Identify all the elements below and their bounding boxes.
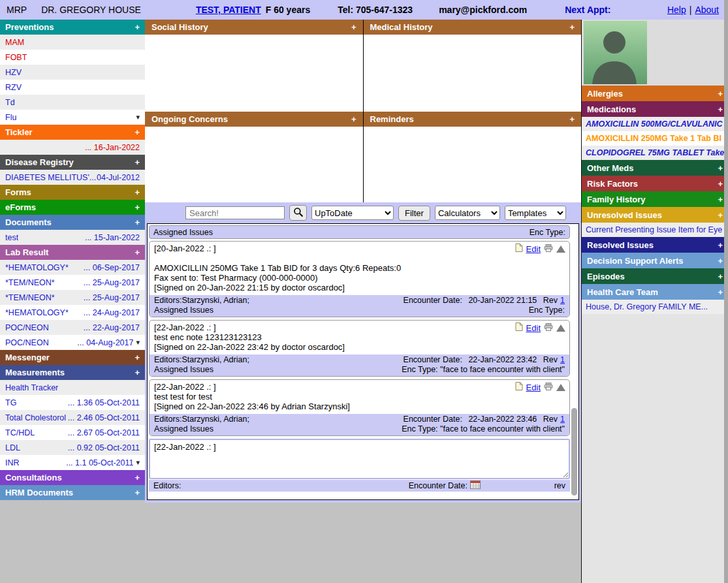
- search-input[interactable]: [185, 206, 285, 219]
- note-document-icon[interactable]: [515, 244, 523, 254]
- lab-item[interactable]: POC/NEON... 22-Aug-2017: [0, 320, 145, 335]
- note-edit-link[interactable]: Edit: [526, 383, 541, 392]
- dropdown-arrow-icon[interactable]: ▾: [136, 458, 140, 467]
- expand-plus-icon[interactable]: +: [135, 22, 140, 32]
- ongoing-concerns-header[interactable]: Ongoing Concerns +: [145, 112, 363, 127]
- section-documents[interactable]: Documents +: [0, 215, 145, 230]
- section-disease-registry[interactable]: Disease Registry +: [0, 155, 145, 170]
- measurement-item[interactable]: Total Cholestorol... 2.46 05-Oct-2011: [0, 410, 145, 425]
- expand-plus-icon[interactable]: +: [135, 187, 140, 197]
- lab-item[interactable]: POC/NEON... 04-Aug-2017▾: [0, 335, 145, 350]
- section-preventions[interactable]: Preventions +: [0, 20, 145, 35]
- section-decision-support-alerts[interactable]: Decision Support Alerts +: [582, 253, 728, 268]
- dropdown-arrow-icon[interactable]: ▾: [136, 113, 140, 121]
- expand-plus-icon[interactable]: +: [135, 202, 140, 212]
- prevention-item-hzv[interactable]: HZV: [0, 65, 145, 80]
- prevention-item-flu[interactable]: Flu▾: [0, 110, 145, 125]
- disease-item[interactable]: DIABETES MELLITUS'...04-Jul-2012: [0, 170, 145, 185]
- expand-plus-icon[interactable]: +: [569, 22, 575, 32]
- section-measurements[interactable]: Measurements +: [0, 365, 145, 380]
- health-care-team-item[interactable]: House, Dr. Gregory FAMILY ME...: [582, 300, 728, 314]
- measurement-item[interactable]: TC/HDL... 2.67 05-Oct-2011: [0, 425, 145, 440]
- measurement-item[interactable]: LDL... 0.92 05-Oct-2011: [0, 440, 145, 455]
- expand-plus-icon[interactable]: +: [569, 114, 575, 124]
- rev-link[interactable]: 1: [560, 296, 565, 305]
- expand-plus-icon[interactable]: +: [718, 210, 723, 220]
- unresolved-issue-item[interactable]: Current Presenting Issue Item for Eye: [582, 223, 728, 237]
- collapse-triangle-icon[interactable]: [556, 384, 565, 391]
- section-messenger[interactable]: Messenger +: [0, 350, 145, 365]
- section-forms[interactable]: Forms +: [0, 185, 145, 200]
- note-print-icon[interactable]: [544, 383, 553, 392]
- expand-plus-icon[interactable]: +: [718, 195, 723, 204]
- collapse-triangle-icon[interactable]: [556, 245, 565, 253]
- note-edit-link[interactable]: Edit: [526, 323, 541, 333]
- notes-scrollbar[interactable]: [571, 408, 577, 496]
- medical-history-header[interactable]: Medical History +: [364, 20, 582, 35]
- note-edit-link[interactable]: Edit: [526, 244, 541, 254]
- expand-plus-icon[interactable]: +: [135, 247, 140, 257]
- expand-plus-icon[interactable]: +: [135, 157, 140, 167]
- expand-plus-icon[interactable]: +: [718, 179, 723, 189]
- rev-link[interactable]: 1: [560, 415, 565, 424]
- medication-item[interactable]: AMOXICILLIN 250MG Take 1 Tab BI: [582, 131, 728, 146]
- dropdown-arrow-icon[interactable]: ▾: [136, 338, 140, 347]
- calendar-icon[interactable]: [470, 481, 481, 491]
- document-item[interactable]: test... 15-Jan-2022: [0, 230, 145, 245]
- note-document-icon[interactable]: [515, 382, 523, 392]
- measurement-item[interactable]: INR... 1.1 05-Oct-2011▾: [0, 455, 145, 470]
- expand-plus-icon[interactable]: +: [135, 473, 140, 482]
- measurement-item[interactable]: TG... 1.36 05-Oct-2011: [0, 395, 145, 410]
- search-button[interactable]: [289, 205, 307, 221]
- prevention-item-rzv[interactable]: RZV: [0, 80, 145, 95]
- medication-item[interactable]: CLOPIDOGREL 75MG TABLET Take: [582, 146, 728, 160]
- section-health-care-team[interactable]: Health Care Team +: [582, 284, 728, 300]
- section-eforms[interactable]: eForms +: [0, 200, 145, 215]
- expand-plus-icon[interactable]: +: [718, 89, 723, 99]
- help-link[interactable]: Help: [667, 5, 686, 15]
- patient-photo[interactable]: [584, 76, 647, 86]
- collapse-triangle-icon[interactable]: [556, 324, 565, 332]
- expand-plus-icon[interactable]: +: [351, 114, 356, 124]
- expand-plus-icon[interactable]: +: [135, 353, 140, 362]
- expand-plus-icon[interactable]: +: [135, 127, 140, 137]
- about-link[interactable]: About: [695, 5, 719, 15]
- tickler-item[interactable]: ... 16-Jan-2022: [0, 140, 145, 155]
- section-hrm-documents[interactable]: HRM Documents +: [0, 485, 145, 500]
- social-history-header[interactable]: Social History +: [145, 20, 363, 35]
- patient-name-link[interactable]: TEST, PATIENT: [196, 5, 261, 15]
- expand-plus-icon[interactable]: +: [718, 163, 723, 173]
- lab-item[interactable]: *TEM/NEON*... 25-Aug-2017: [0, 290, 145, 305]
- section-family-history[interactable]: Family History +: [582, 191, 728, 207]
- page-scrollbar[interactable]: [724, 0, 728, 583]
- filter-button[interactable]: Filter: [398, 206, 430, 221]
- section-tickler[interactable]: Tickler +: [0, 125, 145, 140]
- expand-plus-icon[interactable]: +: [718, 104, 723, 114]
- reminders-header[interactable]: Reminders +: [364, 112, 582, 127]
- expand-plus-icon[interactable]: +: [351, 22, 356, 32]
- lab-item[interactable]: *TEM/NEON*... 25-Aug-2017: [0, 275, 145, 290]
- prevention-item-mam[interactable]: MAM: [0, 35, 145, 50]
- measurement-item[interactable]: Health Tracker: [0, 380, 145, 395]
- templates-select[interactable]: Templates: [505, 206, 566, 220]
- expand-plus-icon[interactable]: +: [135, 488, 140, 497]
- section-unresolved-issues[interactable]: Unresolved Issues +: [582, 207, 728, 223]
- lab-item[interactable]: *HEMATOLOGY*... 24-Aug-2017: [0, 305, 145, 320]
- section-medications[interactable]: Medications +: [582, 101, 728, 117]
- expand-plus-icon[interactable]: +: [718, 287, 723, 297]
- section-risk-factors[interactable]: Risk Factors +: [582, 176, 728, 191]
- section-consultations[interactable]: Consultations +: [0, 470, 145, 485]
- medication-item[interactable]: AMOXICILLIN 500MG/CLAVULANIC: [582, 117, 728, 131]
- expand-plus-icon[interactable]: +: [718, 256, 723, 266]
- calculators-select[interactable]: Calculators: [435, 206, 500, 220]
- expand-plus-icon[interactable]: +: [135, 217, 140, 227]
- section-lab-result[interactable]: Lab Result +: [0, 245, 145, 260]
- expand-plus-icon[interactable]: +: [135, 368, 140, 377]
- note-print-icon[interactable]: [544, 244, 553, 254]
- note-print-icon[interactable]: [544, 323, 553, 333]
- section-episodes[interactable]: Episodes +: [582, 268, 728, 284]
- uptodate-select[interactable]: UpToDate: [311, 206, 394, 220]
- section-other-meds[interactable]: Other Meds +: [582, 160, 728, 176]
- rev-link[interactable]: 1: [560, 355, 565, 364]
- prevention-item-fobt[interactable]: FOBT: [0, 50, 145, 65]
